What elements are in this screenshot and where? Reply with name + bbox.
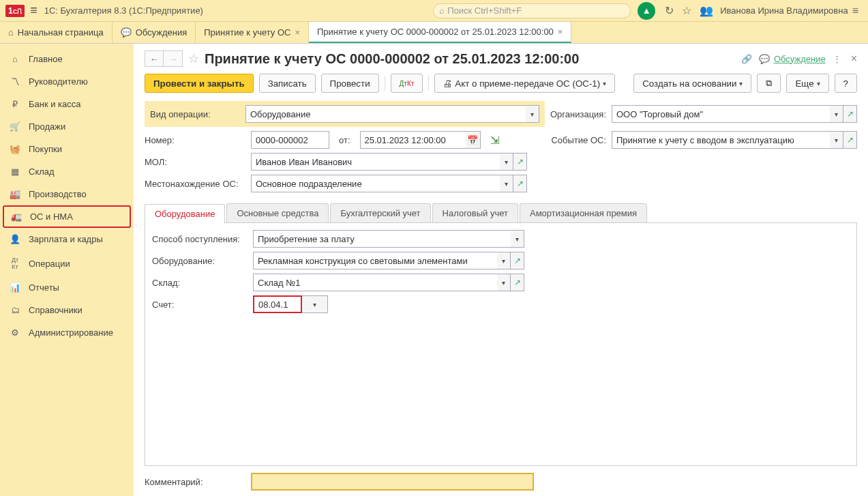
app-title: 1С: Бухгалтерия 8.3 (1С:Предприятие) <box>44 5 203 16</box>
sidebar-item-catalogs[interactable]: 🗂Справочники <box>0 299 134 321</box>
sidebar-item-purchases[interactable]: 🧺Покупки <box>0 138 134 160</box>
org-label: Организация: <box>550 109 606 119</box>
tab-fixed-assets[interactable]: Основные средства <box>226 203 329 222</box>
chevron-down-icon[interactable]: ▾ <box>302 295 328 313</box>
discuss-link[interactable]: Обсуждение <box>774 54 826 64</box>
sidebar-item-bank[interactable]: ₽Банк и касса <box>0 93 134 115</box>
tab-accounting[interactable]: Бухгалтерский учет <box>330 203 430 222</box>
open-ref-icon[interactable]: ↗ <box>511 252 524 269</box>
tab-start[interactable]: ⌂ Начальная страница <box>0 22 113 43</box>
settings-icon[interactable]: ≡ <box>852 5 858 17</box>
equip-select[interactable]: Рекламная конструкция со световыми элеме… <box>253 252 497 269</box>
chevron-down-icon[interactable]: ▾ <box>830 131 843 149</box>
tab-content: Способ поступления: Приобретение за плат… <box>145 223 857 466</box>
back-button[interactable]: ← <box>145 50 164 67</box>
open-ref-icon[interactable]: ↗ <box>843 105 857 123</box>
open-ref-icon[interactable]: ↗ <box>511 274 524 291</box>
op-kind-select[interactable]: Оборудование <box>245 105 526 123</box>
chevron-down-icon[interactable]: ▾ <box>511 230 524 248</box>
sidebar-item-warehouse[interactable]: ▦Склад <box>0 160 134 183</box>
user-icon[interactable]: 👥 <box>700 4 713 17</box>
chevron-down-icon: ▾ <box>817 80 820 87</box>
chevron-down-icon[interactable]: ▾ <box>500 153 513 171</box>
open-ref-icon[interactable]: ↗ <box>513 175 527 192</box>
boxes-icon: ▦ <box>8 166 22 177</box>
chevron-down-icon[interactable]: ▾ <box>497 274 511 291</box>
warehouse-select[interactable]: Склад №1 <box>253 274 497 291</box>
equip-label: Оборудование: <box>152 256 248 266</box>
sidebar-item-admin[interactable]: ⚙Администрирование <box>0 321 134 344</box>
chevron-down-icon[interactable]: ▾ <box>526 105 539 123</box>
content: ← → ☆ Принятие к учету ОС 0000-000002 от… <box>134 44 868 496</box>
event-select[interactable]: Принятие к учету с вводом в эксплуатацию <box>612 131 830 149</box>
close-icon[interactable]: × <box>558 27 563 37</box>
sidebar-item-operations[interactable]: Дт КтОперации <box>0 250 134 276</box>
ruble-icon: ₽ <box>8 99 22 109</box>
print-icon: 🖨 <box>443 78 452 89</box>
open-ref-icon[interactable]: ↗ <box>513 153 527 171</box>
forward-button[interactable]: → <box>164 50 183 67</box>
home-icon: ⌂ <box>8 27 14 38</box>
tab-doc-list[interactable]: Принятие к учету ОС × <box>196 22 309 43</box>
org-select[interactable]: ООО "Торговый дом" <box>612 105 830 123</box>
favorites-icon[interactable]: ☆ <box>682 4 691 17</box>
window-tabs: ⌂ Начальная страница 💬 Обсуждения Принят… <box>0 22 868 44</box>
chevron-down-icon[interactable]: ▾ <box>500 175 513 192</box>
sidebar-item-os-nma[interactable]: 🚛ОС и НМА <box>3 205 131 228</box>
hamburger-icon[interactable]: ≡ <box>30 3 38 18</box>
tab-bonus[interactable]: Амортизационная премия <box>520 203 647 222</box>
date-input[interactable]: 25.01.2023 12:00:00 <box>360 131 466 149</box>
sidebar-item-production[interactable]: 🏭Производство <box>0 183 134 205</box>
truck-icon: 🚛 <box>10 211 23 222</box>
folder-icon: 🗂 <box>8 305 22 315</box>
event-label: Событие ОС: <box>551 135 606 145</box>
logo-1c: 1С⎍ <box>5 5 25 17</box>
receipt-select[interactable]: Приобретение за плату <box>253 230 511 248</box>
save-button[interactable]: Записать <box>259 74 316 93</box>
search-input[interactable]: ⌕ Поиск Ctrl+Shift+F <box>433 3 631 18</box>
kebab-icon[interactable]: ⋮ <box>833 54 841 64</box>
chart-icon: 〽 <box>8 76 22 87</box>
close-icon[interactable]: × <box>295 27 300 38</box>
dtkt-icon: Дт <box>400 80 407 87</box>
notifications-icon[interactable]: ▲ <box>638 2 655 20</box>
chevron-down-icon[interactable]: ▾ <box>497 252 511 269</box>
structure-button[interactable]: ⧉ <box>757 74 781 93</box>
mol-select[interactable]: Иванов Иван Иванович <box>251 153 500 171</box>
tab-equipment[interactable]: Оборудование <box>145 204 225 223</box>
sidebar-item-main[interactable]: ⌂Главное <box>0 48 134 70</box>
comment-input[interactable] <box>251 473 534 491</box>
print-button[interactable]: 🖨Акт о приеме-передаче ОС (ОС-1)▾ <box>434 74 615 93</box>
dtkt-button[interactable]: ДтКт <box>391 74 423 93</box>
post-button[interactable]: Провести <box>321 74 379 93</box>
tab-tax[interactable]: Налоговый учет <box>432 203 518 222</box>
sidebar: ⌂Главное 〽Руководителю ₽Банк и касса 🛒Пр… <box>0 44 134 496</box>
tab-discussions[interactable]: 💬 Обсуждения <box>113 22 196 43</box>
cart-icon: 🛒 <box>8 121 22 132</box>
calendar-icon[interactable]: 📅 <box>466 131 481 149</box>
sidebar-item-manager[interactable]: 〽Руководителю <box>0 70 134 93</box>
link-icon[interactable]: 🔗 <box>741 54 752 64</box>
close-icon[interactable]: × <box>851 53 857 65</box>
create-based-button[interactable]: Создать на основании▾ <box>633 74 751 93</box>
chevron-down-icon[interactable]: ▾ <box>830 105 843 123</box>
from-label: от: <box>335 135 355 145</box>
account-select[interactable]: 08.04.1 <box>253 295 302 313</box>
sidebar-item-payroll[interactable]: 👤Зарплата и кадры <box>0 228 134 250</box>
help-button[interactable]: ? <box>835 74 857 93</box>
search-icon: ⌕ <box>439 5 445 16</box>
loc-select[interactable]: Основное подразделение <box>251 175 500 192</box>
discuss-icon[interactable]: 💬 <box>759 54 770 64</box>
sidebar-item-reports[interactable]: 📊Отчеты <box>0 276 134 299</box>
user-name[interactable]: Иванова Ирина Владимировна <box>720 5 848 16</box>
star-icon[interactable]: ☆ <box>188 51 199 66</box>
apply-icon[interactable]: ⇲ <box>490 134 499 147</box>
history-icon[interactable]: ↻ <box>665 4 674 17</box>
factory-icon: 🏭 <box>8 189 22 199</box>
open-ref-icon[interactable]: ↗ <box>843 131 857 149</box>
number-input[interactable]: 0000-000002 <box>251 131 329 149</box>
tab-doc-current[interactable]: Принятие к учету ОС 0000-000002 от 25.01… <box>309 22 571 43</box>
sidebar-item-sales[interactable]: 🛒Продажи <box>0 115 134 138</box>
more-button[interactable]: Еще▾ <box>786 74 828 93</box>
post-close-button[interactable]: Провести и закрыть <box>145 74 254 93</box>
